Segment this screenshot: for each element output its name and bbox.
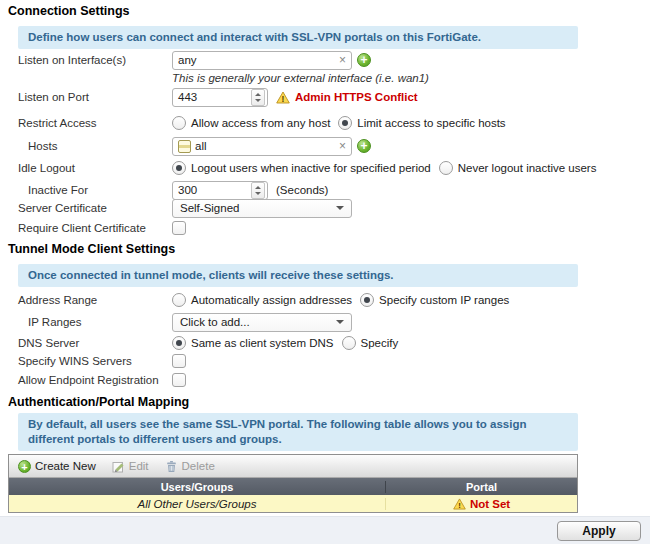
info-bar-portal-mapping: By default, all users see the same SSL-V… (18, 413, 578, 451)
ip-ranges-select[interactable]: Click to add... (172, 313, 352, 332)
hosts-input[interactable]: all × (172, 137, 352, 156)
footer-bar: Apply (0, 516, 650, 544)
hosts-value: all (195, 140, 207, 152)
dns-server-label: DNS Server (18, 337, 172, 349)
radio-same-dns[interactable] (172, 336, 186, 350)
create-new-button[interactable]: + Create New (18, 460, 96, 473)
interface-value: any (178, 54, 197, 66)
delete-button[interactable]: Delete (165, 460, 215, 473)
row-ip-ranges: IP Ranges Click to add... (18, 312, 646, 332)
info-bar-tunnel: Once connected in tunnel mode, clients w… (18, 264, 578, 287)
ip-ranges-value: Click to add... (180, 316, 250, 328)
chevron-down-icon (336, 206, 344, 210)
info-bar-connection: Define how users can connect and interac… (18, 26, 578, 49)
address-object-icon (178, 140, 191, 153)
table-row[interactable]: All Other Users/Groups ! Not Set (9, 495, 577, 512)
logout-inactive-option[interactable]: Logout users when inactive for specified… (191, 162, 431, 174)
section-title-connection: Connection Settings (8, 4, 130, 18)
inactive-for-label: Inactive For (18, 184, 172, 196)
svg-text:!: ! (282, 93, 285, 103)
portal-header: Portal (386, 481, 577, 493)
endpoint-registration-checkbox[interactable] (172, 373, 186, 387)
specify-dns-option[interactable]: Specify (361, 337, 399, 349)
server-certificate-label: Server Certificate (18, 202, 172, 214)
seconds-suffix: (Seconds) (276, 184, 328, 196)
row-listen-interfaces: Listen on Interface(s) any × + (18, 50, 646, 70)
portal-cell: ! Not Set (386, 498, 577, 510)
edit-button[interactable]: Edit (112, 460, 149, 473)
row-inactive-for: Inactive For 300 (Seconds) (18, 180, 646, 200)
row-require-client-certificate: Require Client Certificate (18, 218, 646, 238)
add-interface-button[interactable]: + (357, 53, 371, 67)
ip-ranges-label: IP Ranges (18, 316, 172, 328)
edit-label: Edit (129, 460, 149, 472)
radio-never-logout[interactable] (439, 161, 453, 175)
radio-logout-inactive[interactable] (172, 161, 186, 175)
radio-auto-assign[interactable] (172, 293, 186, 307)
row-address-range: Address Range Automatically assign addre… (18, 290, 646, 310)
listen-interfaces-input[interactable]: any × (172, 51, 352, 70)
warning-icon: ! (453, 498, 466, 510)
apply-button[interactable]: Apply (557, 521, 641, 541)
warning-icon: ! (276, 91, 290, 104)
row-server-certificate: Server Certificate Self-Signed (18, 198, 646, 218)
never-logout-option[interactable]: Never logout inactive users (458, 162, 597, 174)
row-listen-port: Listen on Port 443 ! Admin HTTPS Conflic… (18, 87, 646, 107)
interface-note: This is generally your external interfac… (172, 72, 429, 84)
users-groups-header: Users/Groups (9, 481, 386, 493)
table-header-row: Users/Groups Portal (9, 478, 577, 495)
listen-interfaces-label: Listen on Interface(s) (18, 54, 172, 66)
row-idle-logout: Idle Logout Logout users when inactive f… (18, 158, 646, 178)
limit-hosts-option[interactable]: Limit access to specific hosts (357, 117, 505, 129)
radio-custom-ranges[interactable] (360, 293, 374, 307)
specify-wins-checkbox[interactable] (172, 354, 186, 368)
chevron-down-icon (336, 320, 344, 324)
server-certificate-select[interactable]: Self-Signed (172, 199, 352, 218)
custom-ranges-option[interactable]: Specify custom IP ranges (379, 294, 509, 306)
endpoint-registration-label: Allow Endpoint Registration (18, 374, 172, 386)
section-title-tunnel: Tunnel Mode Client Settings (8, 242, 175, 256)
create-new-icon: + (18, 460, 31, 473)
row-hosts: Hosts all × + (18, 136, 646, 156)
inactive-for-value: 300 (178, 184, 197, 196)
idle-logout-label: Idle Logout (18, 162, 172, 174)
ssl-vpn-settings-page: Connection Settings Define how users can… (0, 0, 650, 551)
port-value: 443 (178, 91, 197, 103)
port-stepper[interactable] (251, 89, 265, 106)
svg-text:!: ! (458, 500, 461, 509)
radio-specify-dns[interactable] (342, 336, 356, 350)
radio-allow-any-host[interactable] (172, 116, 186, 130)
table-toolbar: + Create New Edit (9, 455, 577, 478)
users-groups-cell: All Other Users/Groups (9, 498, 386, 510)
listen-port-input[interactable]: 443 (172, 88, 268, 107)
require-client-certificate-label: Require Client Certificate (18, 222, 172, 234)
address-range-label: Address Range (18, 294, 172, 306)
edit-pencil-icon (112, 460, 125, 473)
delete-label: Delete (182, 460, 215, 472)
hosts-label: Hosts (18, 140, 172, 152)
restrict-access-label: Restrict Access (18, 117, 172, 129)
remove-host-icon[interactable]: × (339, 140, 346, 152)
specify-wins-label: Specify WINS Servers (18, 355, 172, 367)
delete-trash-icon (165, 460, 178, 473)
auto-assign-option[interactable]: Automatically assign addresses (191, 294, 352, 306)
listen-port-label: Listen on Port (18, 91, 172, 103)
remove-interface-icon[interactable]: × (339, 54, 346, 66)
row-restrict-access: Restrict Access Allow access from any ho… (18, 113, 646, 133)
inactive-for-input[interactable]: 300 (172, 181, 268, 200)
inactive-for-stepper[interactable] (251, 182, 265, 199)
port-conflict-warning: Admin HTTPS Conflict (295, 91, 418, 103)
row-specify-wins: Specify WINS Servers (18, 351, 646, 371)
radio-limit-hosts[interactable] (338, 116, 352, 130)
create-new-label: Create New (35, 460, 96, 472)
server-certificate-value: Self-Signed (180, 202, 239, 214)
same-dns-option[interactable]: Same as client system DNS (191, 337, 334, 349)
row-dns-server: DNS Server Same as client system DNS Spe… (18, 333, 646, 353)
allow-any-host-option[interactable]: Allow access from any host (191, 117, 330, 129)
section-title-portal-mapping: Authentication/Portal Mapping (8, 395, 189, 409)
portal-not-set: Not Set (470, 498, 510, 510)
row-endpoint-registration: Allow Endpoint Registration (18, 370, 646, 390)
require-client-certificate-checkbox[interactable] (172, 221, 186, 235)
add-host-button[interactable]: + (357, 139, 371, 153)
portal-mapping-table: + Create New Edit (8, 454, 578, 513)
